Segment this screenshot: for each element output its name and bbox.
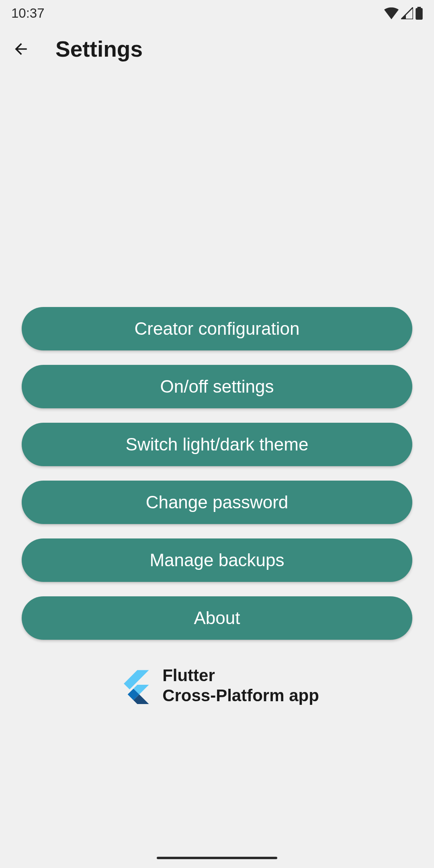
about-button[interactable]: About [22, 596, 412, 640]
navigation-bar-indicator[interactable] [157, 857, 277, 859]
wifi-icon [384, 7, 399, 19]
change-password-button[interactable]: Change password [22, 481, 412, 524]
manage-backups-button[interactable]: Manage backups [22, 538, 412, 582]
status-time: 10:37 [11, 6, 45, 21]
cellular-signal-icon [401, 7, 413, 19]
app-bar: Settings [0, 22, 434, 76]
footer: Flutter Cross-Platform app [22, 665, 412, 706]
footer-text: Flutter Cross-Platform app [162, 665, 319, 706]
on-off-settings-button[interactable]: On/off settings [22, 365, 412, 408]
creator-configuration-button[interactable]: Creator configuration [22, 307, 412, 350]
footer-line-2: Cross-Platform app [162, 686, 319, 706]
page-title: Settings [55, 36, 143, 62]
battery-icon [416, 7, 423, 20]
back-arrow-icon[interactable] [11, 39, 31, 59]
footer-line-1: Flutter [162, 665, 319, 686]
switch-theme-button[interactable]: Switch light/dark theme [22, 423, 412, 466]
main-content: Creator configuration On/off settings Sw… [0, 307, 434, 706]
status-bar: 10:37 [0, 0, 434, 22]
spacer [0, 76, 434, 307]
flutter-logo-icon [115, 666, 154, 705]
svg-rect-1 [416, 8, 422, 20]
status-icons [384, 7, 423, 20]
